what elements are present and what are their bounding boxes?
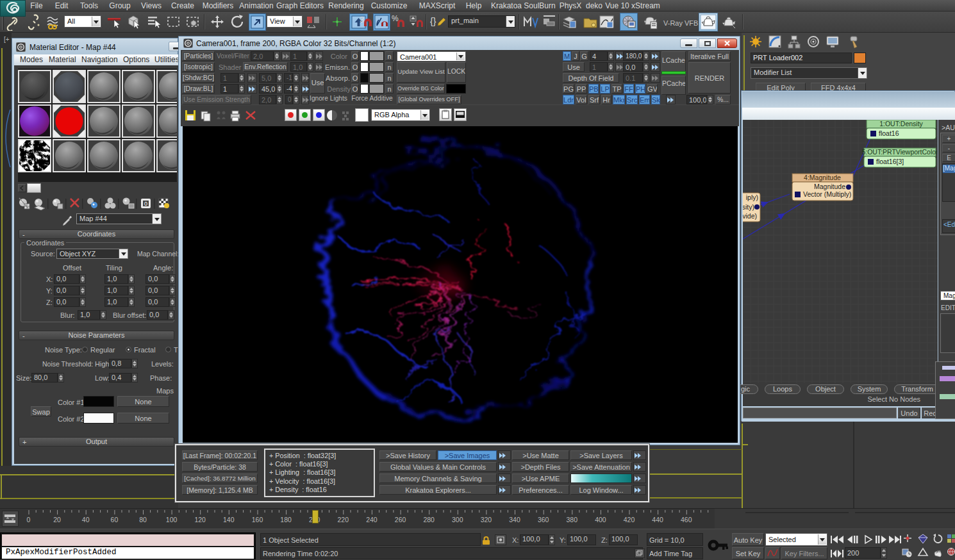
svg-text:5:OUT:PRTViewportColor: 5:OUT:PRTViewportColor [861, 148, 938, 156]
svg-text:260: 260 [395, 516, 406, 523]
svg-text:Vector (Multiply): Vector (Multiply) [803, 190, 851, 198]
svg-text:300: 300 [452, 516, 463, 523]
svg-text:180: 180 [280, 516, 292, 523]
svg-text:80: 80 [139, 516, 147, 523]
svg-text:320: 320 [481, 516, 492, 523]
svg-text:100: 100 [166, 516, 178, 523]
svg-text:160: 160 [252, 516, 263, 523]
svg-text:280: 280 [423, 516, 435, 523]
svg-text:420: 420 [624, 516, 635, 523]
svg-text:460: 460 [681, 516, 692, 523]
svg-text:140: 140 [223, 516, 235, 523]
svg-text:vide): vide) [743, 212, 757, 220]
svg-text:float16[3]: float16[3] [876, 158, 904, 165]
svg-text:Magnitude: Magnitude [814, 183, 845, 190]
svg-text:40: 40 [82, 516, 90, 523]
svg-text:0: 0 [144, 201, 147, 207]
svg-text:340: 340 [509, 516, 520, 523]
svg-text:380: 380 [567, 516, 578, 523]
svg-text:{}: {} [430, 16, 436, 26]
svg-text:20: 20 [53, 516, 61, 523]
svg-text:%: % [392, 14, 399, 23]
svg-text:400: 400 [595, 516, 606, 523]
svg-text:440: 440 [652, 516, 663, 523]
svg-text:0: 0 [27, 516, 31, 523]
svg-text:1:OUT:Density: 1:OUT:Density [879, 120, 923, 128]
svg-text:float16: float16 [879, 129, 899, 137]
svg-text:60: 60 [111, 516, 119, 523]
svg-text:iply): iply) [746, 194, 758, 201]
svg-text:360: 360 [538, 516, 549, 523]
svg-text:220: 220 [338, 516, 349, 523]
svg-text:3: 3 [360, 15, 364, 24]
svg-text:120: 120 [194, 516, 206, 523]
svg-text:4:Magnitude: 4:Magnitude [804, 174, 841, 181]
svg-text:sity): sity) [743, 203, 754, 211]
svg-text:240: 240 [366, 516, 378, 523]
